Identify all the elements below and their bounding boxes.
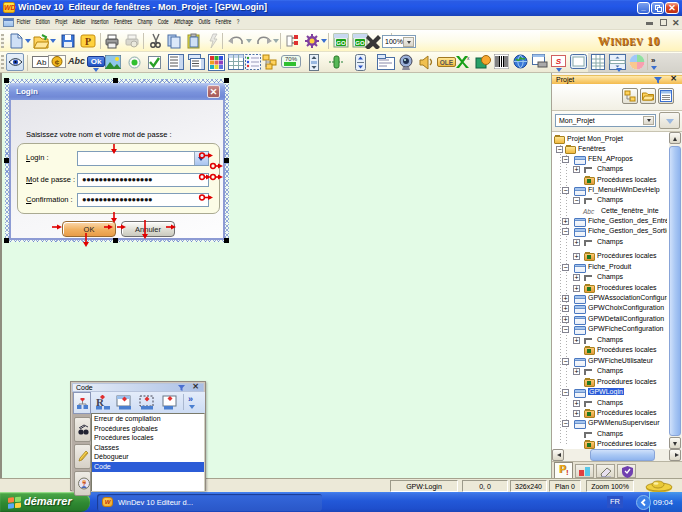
svg-text:¢: ¢ [55,58,60,67]
svg-text:GO: GO [355,40,365,46]
svg-text:P: P [85,36,91,47]
svg-text:?: ? [82,481,86,487]
svg-text:x: x [467,55,470,61]
svg-text:GO: GO [336,40,346,46]
